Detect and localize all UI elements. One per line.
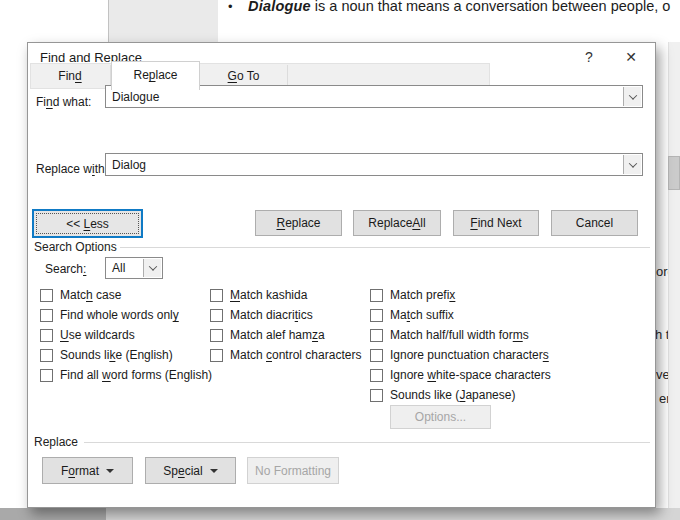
checkbox[interactable]	[40, 349, 53, 362]
checkbox-row[interactable]: Sounds like (English)	[40, 345, 212, 365]
checkbox-row[interactable]: Match suffix	[370, 305, 551, 325]
checkbox[interactable]	[210, 349, 223, 362]
replace-with-combo[interactable]: Dialog	[105, 153, 643, 176]
format-button[interactable]: Format	[42, 457, 133, 484]
document-text-rest: is a noun that means a conversation betw…	[311, 0, 671, 14]
checkbox-label: Match diacritics	[230, 308, 313, 322]
checkbox-row[interactable]: Match alef hamza	[210, 325, 361, 345]
checkbox-label: Match case	[60, 288, 121, 302]
chevron-down-icon	[628, 91, 636, 99]
chevron-down-icon	[148, 262, 156, 270]
find-and-replace-dialog: Find and Replace ? ✕ Find Replace Go To …	[27, 42, 656, 508]
tab-find[interactable]: Find	[30, 65, 111, 89]
checkbox-label: Match suffix	[390, 308, 454, 322]
replace-section-divider	[84, 442, 650, 443]
checkbox[interactable]	[370, 329, 383, 342]
checkbox-row[interactable]: Match case	[40, 285, 212, 305]
checkbox-label: Match half/full width forms	[390, 328, 529, 342]
replace-with-dropdown-button[interactable]	[623, 155, 641, 174]
checkbox-row[interactable]: Find all word forms (English)	[40, 365, 212, 385]
checkbox-label: Ignore punctuation characters	[390, 348, 549, 362]
help-icon[interactable]: ?	[576, 47, 602, 67]
find-what-dropdown-button[interactable]	[623, 87, 641, 106]
less-button-label: << Less	[66, 217, 109, 231]
replace-button[interactable]: Replace	[255, 210, 342, 236]
checkbox-row[interactable]: Match kashida	[210, 285, 361, 305]
checkbox-label: Sounds like (English)	[60, 348, 173, 362]
search-options-divider	[120, 247, 650, 248]
document-text-line: •Dialogue is a noun that means a convers…	[228, 0, 680, 14]
checkbox[interactable]	[40, 309, 53, 322]
search-direction-dropdown-button[interactable]	[143, 259, 161, 277]
checkbox[interactable]	[40, 289, 53, 302]
checkbox-row[interactable]: Match half/full width forms	[370, 325, 551, 345]
special-button-label: Special	[163, 464, 202, 478]
close-icon[interactable]: ✕	[618, 47, 644, 67]
checkbox-label: Sounds like (Japanese)	[390, 388, 515, 402]
find-what-label: Find what:	[36, 95, 91, 109]
find-next-button[interactable]: Find Next	[453, 210, 539, 236]
checkbox[interactable]	[370, 349, 383, 362]
format-button-label: Format	[61, 464, 99, 478]
checkbox[interactable]	[210, 309, 223, 322]
replace-with-label: Replace with:	[36, 162, 108, 176]
search-direction-select[interactable]: All	[105, 257, 163, 279]
dropdown-arrow-icon	[210, 469, 218, 473]
search-direction-value[interactable]: All	[106, 261, 142, 275]
checkbox-label: Find whole words only	[60, 308, 179, 322]
scrollbar-track[interactable]	[668, 42, 680, 520]
find-what-value[interactable]: Dialogue	[106, 90, 622, 104]
tab-replace[interactable]: Replace	[111, 61, 200, 90]
checkbox-label: Match control characters	[230, 348, 361, 362]
app-background-corner	[0, 508, 106, 520]
checkbox-label: Match prefix	[390, 288, 455, 302]
checkbox[interactable]	[210, 289, 223, 302]
checkbox-row[interactable]: Find whole words only	[40, 305, 212, 325]
cancel-button[interactable]: Cancel	[551, 210, 638, 236]
options-button[interactable]: Options...	[390, 405, 491, 429]
checkbox-label: Find all word forms (English)	[60, 368, 212, 382]
checkbox-row[interactable]: Ignore punctuation characters	[370, 345, 551, 365]
checkbox-row[interactable]: Match prefix	[370, 285, 551, 305]
search-direction-label: Search:	[45, 262, 86, 276]
checkbox[interactable]	[40, 329, 53, 342]
replace-with-value[interactable]: Dialog	[106, 158, 622, 172]
search-options-column-3: Match prefixMatch suffixMatch half/full …	[370, 285, 551, 405]
checkbox-row[interactable]: Use wildcards	[40, 325, 212, 345]
document-background-top: •Dialogue is a noun that means a convers…	[0, 0, 680, 42]
no-formatting-button[interactable]: No Formatting	[247, 457, 339, 484]
document-background-bottom	[0, 508, 680, 520]
checkbox-label: Match alef hamza	[230, 328, 325, 342]
checkbox[interactable]	[370, 289, 383, 302]
less-button[interactable]: << Less	[32, 209, 143, 238]
checkbox-label: Ignore white-space characters	[390, 368, 551, 382]
checkbox[interactable]	[370, 369, 383, 382]
chevron-down-icon	[628, 159, 636, 167]
replace-all-button[interactable]: Replace All	[353, 210, 441, 236]
dropdown-arrow-icon	[106, 469, 114, 473]
scrollbar-thumb[interactable]	[668, 156, 680, 190]
checkbox[interactable]	[40, 369, 53, 382]
checkbox-row[interactable]: Match control characters	[210, 345, 361, 365]
special-button[interactable]: Special	[145, 457, 236, 484]
search-options-column-1: Match caseFind whole words onlyUse wildc…	[40, 285, 212, 385]
page-margin-strip	[108, 0, 218, 42]
checkbox[interactable]	[370, 309, 383, 322]
checkbox-label: Use wildcards	[60, 328, 135, 342]
search-options-column-2: Match kashidaMatch diacriticsMatch alef …	[210, 285, 361, 365]
replace-section-header: Replace	[34, 435, 78, 449]
checkbox-row[interactable]: Ignore white-space characters	[370, 365, 551, 385]
checkbox-row[interactable]: Sounds like (Japanese)	[370, 385, 551, 405]
checkbox[interactable]	[370, 389, 383, 402]
bullet-glyph: •	[228, 0, 248, 14]
checkbox-row[interactable]: Match diacritics	[210, 305, 361, 325]
checkbox[interactable]	[210, 329, 223, 342]
document-bold-word: Dialogue	[248, 0, 311, 14]
search-options-header: Search Options	[34, 240, 117, 254]
checkbox-label: Match kashida	[230, 288, 307, 302]
